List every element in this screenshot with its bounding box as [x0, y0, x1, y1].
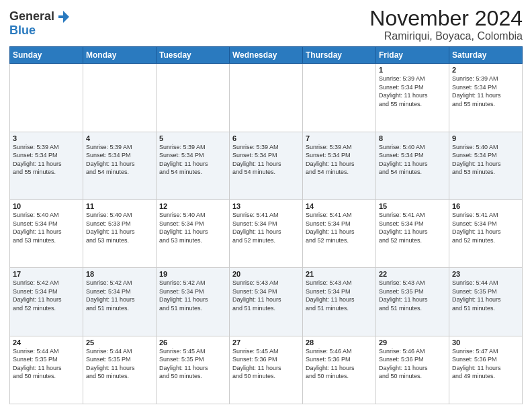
- calendar-cell: 30Sunrise: 5:47 AMSunset: 5:36 PMDayligh…: [449, 336, 523, 404]
- calendar-week-2: 3Sunrise: 5:39 AMSunset: 5:34 PMDaylight…: [10, 132, 523, 199]
- cell-info-text: Sunrise: 5:42 AMSunset: 5:34 PMDaylight:…: [86, 279, 153, 312]
- calendar-cell: 5Sunrise: 5:39 AMSunset: 5:34 PMDaylight…: [157, 132, 230, 199]
- calendar-cell: 25Sunrise: 5:44 AMSunset: 5:35 PMDayligh…: [83, 336, 157, 404]
- cell-day-number: 9: [452, 134, 519, 142]
- cell-info-text: Sunrise: 5:42 AMSunset: 5:34 PMDaylight:…: [159, 279, 226, 312]
- calendar-cell: 24Sunrise: 5:44 AMSunset: 5:35 PMDayligh…: [10, 336, 83, 404]
- cell-day-number: 1: [379, 66, 446, 74]
- logo-icon: [56, 9, 71, 24]
- cell-info-text: Sunrise: 5:41 AMSunset: 5:34 PMDaylight:…: [452, 211, 519, 244]
- cell-day-number: 5: [159, 134, 226, 142]
- calendar-week-3: 10Sunrise: 5:40 AMSunset: 5:34 PMDayligh…: [10, 199, 523, 267]
- page: General Blue November 2024 Ramiriqui, Bo…: [0, 0, 532, 411]
- calendar-cell: 27Sunrise: 5:45 AMSunset: 5:36 PMDayligh…: [230, 336, 303, 404]
- cell-info-text: Sunrise: 5:43 AMSunset: 5:35 PMDaylight:…: [379, 279, 446, 312]
- header: General Blue November 2024 Ramiriqui, Bo…: [9, 7, 523, 42]
- cell-day-number: 22: [379, 270, 446, 278]
- cell-info-text: Sunrise: 5:43 AMSunset: 5:34 PMDaylight:…: [232, 279, 300, 312]
- calendar-header-row: Sunday Monday Tuesday Wednesday Thursday…: [10, 47, 523, 64]
- calendar-cell: [10, 64, 83, 132]
- cell-info-text: Sunrise: 5:40 AMSunset: 5:34 PMDaylight:…: [13, 211, 80, 244]
- cell-info-text: Sunrise: 5:44 AMSunset: 5:35 PMDaylight:…: [452, 279, 519, 312]
- cell-info-text: Sunrise: 5:46 AMSunset: 5:36 PMDaylight:…: [306, 347, 373, 381]
- cell-info-text: Sunrise: 5:45 AMSunset: 5:36 PMDaylight:…: [232, 347, 300, 381]
- calendar-cell: 11Sunrise: 5:40 AMSunset: 5:33 PMDayligh…: [83, 199, 157, 267]
- cell-day-number: 13: [232, 202, 300, 210]
- calendar-week-4: 17Sunrise: 5:42 AMSunset: 5:34 PMDayligh…: [10, 268, 523, 336]
- calendar-cell: 2Sunrise: 5:39 AMSunset: 5:34 PMDaylight…: [449, 64, 523, 132]
- calendar-table: Sunday Monday Tuesday Wednesday Thursday…: [9, 46, 523, 404]
- calendar-cell: 12Sunrise: 5:40 AMSunset: 5:34 PMDayligh…: [157, 199, 230, 267]
- cell-day-number: 21: [306, 270, 373, 278]
- cell-info-text: Sunrise: 5:47 AMSunset: 5:36 PMDaylight:…: [452, 347, 519, 381]
- cell-info-text: Sunrise: 5:44 AMSunset: 5:35 PMDaylight:…: [86, 347, 153, 381]
- calendar-cell: 22Sunrise: 5:43 AMSunset: 5:35 PMDayligh…: [376, 268, 449, 336]
- calendar-cell: [230, 64, 303, 132]
- cell-info-text: Sunrise: 5:40 AMSunset: 5:33 PMDaylight:…: [86, 211, 153, 244]
- calendar-cell: 21Sunrise: 5:43 AMSunset: 5:34 PMDayligh…: [303, 268, 376, 336]
- cell-info-text: Sunrise: 5:45 AMSunset: 5:35 PMDaylight:…: [159, 347, 226, 381]
- calendar-cell: 14Sunrise: 5:41 AMSunset: 5:34 PMDayligh…: [303, 199, 376, 267]
- calendar-cell: 3Sunrise: 5:39 AMSunset: 5:34 PMDaylight…: [10, 132, 83, 199]
- cell-day-number: 7: [306, 134, 373, 142]
- cell-day-number: 29: [379, 338, 446, 347]
- col-thursday: Thursday: [303, 47, 376, 64]
- logo: General Blue: [9, 9, 71, 38]
- cell-day-number: 4: [86, 134, 153, 142]
- cell-info-text: Sunrise: 5:41 AMSunset: 5:34 PMDaylight:…: [232, 211, 300, 244]
- cell-day-number: 26: [159, 338, 226, 347]
- col-monday: Monday: [83, 47, 157, 64]
- calendar-cell: 1Sunrise: 5:39 AMSunset: 5:34 PMDaylight…: [376, 64, 449, 132]
- col-saturday: Saturday: [449, 47, 523, 64]
- cell-day-number: 12: [159, 202, 226, 210]
- page-subtitle: Ramiriqui, Boyaca, Colombia: [369, 30, 523, 42]
- calendar-cell: 9Sunrise: 5:40 AMSunset: 5:34 PMDaylight…: [449, 132, 523, 199]
- cell-day-number: 11: [86, 202, 153, 210]
- cell-day-number: 30: [452, 338, 519, 347]
- calendar-cell: 6Sunrise: 5:39 AMSunset: 5:34 PMDaylight…: [230, 132, 303, 199]
- cell-info-text: Sunrise: 5:39 AMSunset: 5:34 PMDaylight:…: [306, 143, 373, 177]
- cell-day-number: 8: [379, 134, 446, 142]
- calendar-week-1: 1Sunrise: 5:39 AMSunset: 5:34 PMDaylight…: [10, 64, 523, 132]
- calendar-cell: 16Sunrise: 5:41 AMSunset: 5:34 PMDayligh…: [449, 199, 523, 267]
- cell-info-text: Sunrise: 5:41 AMSunset: 5:34 PMDaylight:…: [306, 211, 373, 244]
- cell-info-text: Sunrise: 5:40 AMSunset: 5:34 PMDaylight:…: [379, 143, 446, 177]
- cell-info-text: Sunrise: 5:39 AMSunset: 5:34 PMDaylight:…: [232, 143, 300, 177]
- cell-info-text: Sunrise: 5:39 AMSunset: 5:34 PMDaylight:…: [86, 143, 153, 177]
- cell-day-number: 28: [306, 338, 373, 347]
- calendar-cell: [303, 64, 376, 132]
- calendar-cell: 13Sunrise: 5:41 AMSunset: 5:34 PMDayligh…: [230, 199, 303, 267]
- calendar-cell: 17Sunrise: 5:42 AMSunset: 5:34 PMDayligh…: [10, 268, 83, 336]
- col-friday: Friday: [376, 47, 449, 64]
- title-block: November 2024 Ramiriqui, Boyaca, Colombi…: [369, 7, 523, 42]
- cell-day-number: 16: [452, 202, 519, 210]
- cell-info-text: Sunrise: 5:39 AMSunset: 5:34 PMDaylight:…: [452, 75, 519, 108]
- cell-day-number: 20: [232, 270, 300, 278]
- cell-info-text: Sunrise: 5:42 AMSunset: 5:34 PMDaylight:…: [13, 279, 80, 312]
- calendar-week-5: 24Sunrise: 5:44 AMSunset: 5:35 PMDayligh…: [10, 336, 523, 404]
- cell-day-number: 23: [452, 270, 519, 278]
- col-tuesday: Tuesday: [157, 47, 230, 64]
- calendar-cell: 18Sunrise: 5:42 AMSunset: 5:34 PMDayligh…: [83, 268, 157, 336]
- calendar-cell: 19Sunrise: 5:42 AMSunset: 5:34 PMDayligh…: [157, 268, 230, 336]
- calendar-cell: 28Sunrise: 5:46 AMSunset: 5:36 PMDayligh…: [303, 336, 376, 404]
- calendar-cell: 10Sunrise: 5:40 AMSunset: 5:34 PMDayligh…: [10, 199, 83, 267]
- page-title: November 2024: [369, 7, 523, 30]
- cell-info-text: Sunrise: 5:41 AMSunset: 5:34 PMDaylight:…: [379, 211, 446, 244]
- col-wednesday: Wednesday: [230, 47, 303, 64]
- cell-info-text: Sunrise: 5:39 AMSunset: 5:34 PMDaylight:…: [159, 143, 226, 177]
- cell-info-text: Sunrise: 5:39 AMSunset: 5:34 PMDaylight:…: [379, 75, 446, 108]
- cell-day-number: 24: [13, 338, 80, 347]
- cell-day-number: 27: [232, 338, 300, 347]
- calendar-cell: 29Sunrise: 5:46 AMSunset: 5:36 PMDayligh…: [376, 336, 449, 404]
- svg-marker-0: [58, 11, 69, 23]
- col-sunday: Sunday: [10, 47, 83, 64]
- cell-day-number: 18: [86, 270, 153, 278]
- calendar-cell: 15Sunrise: 5:41 AMSunset: 5:34 PMDayligh…: [376, 199, 449, 267]
- calendar-cell: 8Sunrise: 5:40 AMSunset: 5:34 PMDaylight…: [376, 132, 449, 199]
- cell-day-number: 17: [13, 270, 80, 278]
- cell-info-text: Sunrise: 5:40 AMSunset: 5:34 PMDaylight:…: [452, 143, 519, 177]
- cell-day-number: 2: [452, 66, 519, 74]
- logo-blue-text: Blue: [9, 24, 36, 38]
- cell-info-text: Sunrise: 5:39 AMSunset: 5:34 PMDaylight:…: [13, 143, 80, 177]
